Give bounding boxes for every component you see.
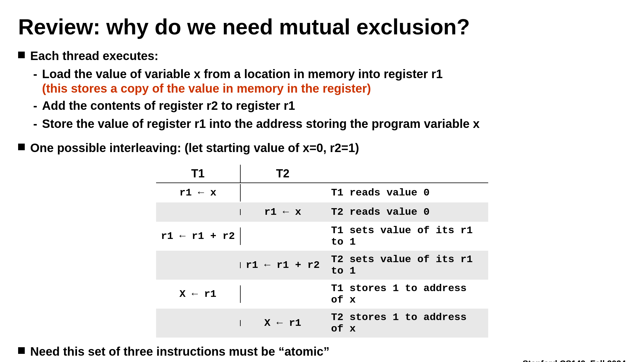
dash-1: - bbox=[33, 66, 37, 82]
cell-t2-1 bbox=[241, 190, 325, 196]
bullet-item-1: Each thread executes: - Load the value o… bbox=[18, 48, 626, 134]
sub-text-2: Add the contents of register r2 to regis… bbox=[42, 98, 295, 113]
cell-desc-2: T2 reads value 0 bbox=[325, 203, 488, 221]
cell-desc-3: T1 sets value of its r1 to 1 bbox=[325, 222, 488, 251]
sub-text-1: Load the value of variable x from a loca… bbox=[42, 67, 443, 81]
cell-t2-4: r1 ← r1 + r2 bbox=[241, 256, 325, 274]
table-row: r1 ← r1 + r2 T2 sets value of its r1 to … bbox=[156, 251, 488, 280]
table-header: T1 T2 bbox=[156, 165, 488, 183]
bottom-bullet-text: Need this set of three instructions must… bbox=[30, 344, 329, 359]
table-row: r1 ← x T2 reads value 0 bbox=[156, 202, 488, 222]
bullet-square-3 bbox=[18, 347, 25, 354]
bullet-item-3: Need this set of three instructions must… bbox=[18, 344, 626, 359]
table-row: X ← r1 T2 stores 1 to address of x bbox=[156, 309, 488, 338]
cell-t1-4 bbox=[156, 262, 241, 268]
cell-t2-5 bbox=[241, 291, 325, 297]
cell-t1-2 bbox=[156, 209, 241, 215]
dash-3: - bbox=[33, 116, 37, 132]
cell-t2-2: r1 ← x bbox=[241, 203, 325, 221]
bullet-text-1: Each thread executes: bbox=[30, 49, 159, 62]
col-t1-header: T1 bbox=[156, 165, 241, 183]
cell-t1-6 bbox=[156, 320, 241, 326]
cell-t2-6: X ← r1 bbox=[241, 314, 325, 332]
interleaving-table-area: T1 T2 r1 ← x T1 reads value 0 r1 ← x T2 … bbox=[18, 165, 626, 338]
bullet-square-1 bbox=[18, 52, 25, 58]
cell-desc-4: T2 sets value of its r1 to 1 bbox=[325, 251, 488, 280]
footer: Stanford CS149, Fall 2024 bbox=[523, 359, 626, 362]
bullet-square-2 bbox=[18, 144, 25, 150]
bullet-item-2: One possible interleaving: (let starting… bbox=[18, 140, 626, 156]
dash-2: - bbox=[33, 98, 37, 113]
cell-t1-1: r1 ← x bbox=[156, 184, 241, 202]
cell-desc-1: T1 reads value 0 bbox=[325, 184, 488, 202]
table-body: r1 ← x T1 reads value 0 r1 ← x T2 reads … bbox=[156, 183, 488, 338]
red-note: (this stores a copy of the value in memo… bbox=[42, 82, 371, 95]
interleaving-table: T1 T2 r1 ← x T1 reads value 0 r1 ← x T2 … bbox=[156, 165, 488, 338]
sub-item-3: - Store the value of register r1 into th… bbox=[30, 116, 480, 132]
table-row: X ← r1 T1 stores 1 to address of x bbox=[156, 280, 488, 309]
table-row: r1 ← r1 + r2 T1 sets value of its r1 to … bbox=[156, 222, 488, 251]
sub-text-3: Store the value of register r1 into the … bbox=[42, 116, 479, 132]
sub-item-2: - Add the contents of register r2 to reg… bbox=[30, 98, 480, 113]
bottom-bullet: Need this set of three instructions must… bbox=[18, 344, 626, 359]
col-t2-header: T2 bbox=[241, 165, 325, 183]
cell-t1-3: r1 ← r1 + r2 bbox=[156, 227, 241, 245]
page-title: Review: why do we need mutual exclusion? bbox=[18, 15, 626, 39]
col-desc-header bbox=[325, 165, 488, 183]
sub-item-1: - Load the value of variable x from a lo… bbox=[30, 66, 480, 95]
cell-t2-3 bbox=[241, 233, 325, 239]
bullet-text-2: One possible interleaving: (let starting… bbox=[30, 140, 359, 156]
cell-t1-5: X ← r1 bbox=[156, 285, 241, 303]
cell-desc-5: T1 stores 1 to address of x bbox=[325, 280, 488, 309]
table-row: r1 ← x T1 reads value 0 bbox=[156, 183, 488, 202]
sub-list-1: - Load the value of variable x from a lo… bbox=[30, 66, 480, 132]
cell-desc-6: T2 stores 1 to address of x bbox=[325, 309, 488, 338]
